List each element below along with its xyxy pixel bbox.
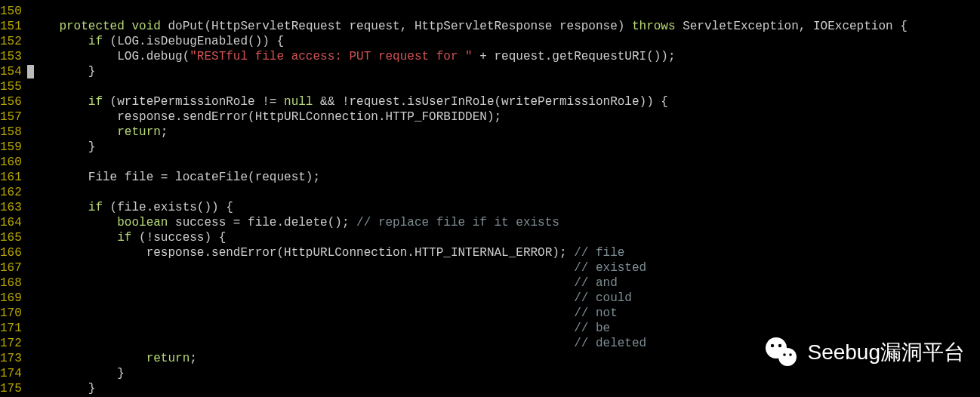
code-line[interactable]: // and xyxy=(30,275,908,291)
code-line[interactable]: if (writePermissionRole != null && !requ… xyxy=(30,94,908,109)
code-line[interactable]: response.sendError(HttpURLConnection.HTT… xyxy=(30,245,908,260)
code-line[interactable] xyxy=(30,4,908,19)
code-line[interactable] xyxy=(30,79,908,94)
code-line[interactable]: LOG.debug("RESTful file access: PUT requ… xyxy=(30,49,908,64)
line-number: 168 xyxy=(0,275,20,291)
line-number: 160 xyxy=(0,155,20,170)
line-number: 175 xyxy=(0,381,20,396)
svg-point-4 xyxy=(784,353,787,356)
svg-point-5 xyxy=(790,353,793,356)
line-number-gutter: 1501511521531541551561571581591601611621… xyxy=(0,0,23,397)
line-number: 151 xyxy=(0,19,20,34)
line-number: 158 xyxy=(0,125,20,140)
code-line[interactable]: if (!success) { xyxy=(30,230,908,245)
svg-point-3 xyxy=(778,344,781,347)
code-line[interactable]: return; xyxy=(30,125,908,140)
code-line[interactable]: } xyxy=(30,381,908,396)
line-number: 166 xyxy=(0,245,20,260)
code-line[interactable]: if (LOG.isDebugEnabled()) { xyxy=(30,34,908,49)
line-number: 172 xyxy=(0,336,20,351)
code-line[interactable]: // could xyxy=(30,291,908,306)
code-line[interactable]: File file = locateFile(request); xyxy=(30,170,908,185)
line-number: 174 xyxy=(0,366,20,381)
line-number: 159 xyxy=(0,140,20,155)
svg-point-1 xyxy=(778,348,797,366)
line-number: 161 xyxy=(0,170,20,185)
line-number: 156 xyxy=(0,94,20,109)
line-number: 169 xyxy=(0,291,20,306)
code-line[interactable]: // be xyxy=(30,321,908,336)
line-number: 150 xyxy=(0,4,20,19)
code-line[interactable]: protected void doPut(HttpServletRequest … xyxy=(30,19,908,34)
watermark: Seebug漏洞平台 xyxy=(763,334,965,371)
line-number: 165 xyxy=(0,230,20,245)
line-number: 171 xyxy=(0,321,20,336)
code-line[interactable]: boolean success = file.delete(); // repl… xyxy=(30,215,908,230)
line-number: 164 xyxy=(0,215,20,230)
svg-point-2 xyxy=(771,344,774,347)
code-line[interactable]: response.sendError(HttpURLConnection.HTT… xyxy=(30,109,908,125)
watermark-text: Seebug漏洞平台 xyxy=(807,345,965,360)
line-number: 173 xyxy=(0,351,20,366)
code-line[interactable]: } xyxy=(30,64,908,79)
line-number: 152 xyxy=(0,34,20,49)
line-number: 153 xyxy=(0,49,20,64)
code-line[interactable] xyxy=(30,155,908,170)
wechat-icon xyxy=(763,334,800,371)
line-number: 155 xyxy=(0,79,20,94)
text-cursor xyxy=(27,65,34,78)
code-line[interactable] xyxy=(30,185,908,200)
code-line[interactable]: } xyxy=(30,140,908,155)
code-line[interactable]: // not xyxy=(30,306,908,321)
line-number: 170 xyxy=(0,306,20,321)
line-number: 167 xyxy=(0,260,20,275)
code-line[interactable]: // existed xyxy=(30,260,908,275)
line-number: 154 xyxy=(0,64,20,79)
line-number: 163 xyxy=(0,200,20,215)
code-line[interactable]: if (file.exists()) { xyxy=(30,200,908,215)
line-number: 162 xyxy=(0,185,20,200)
line-number: 157 xyxy=(0,109,20,125)
